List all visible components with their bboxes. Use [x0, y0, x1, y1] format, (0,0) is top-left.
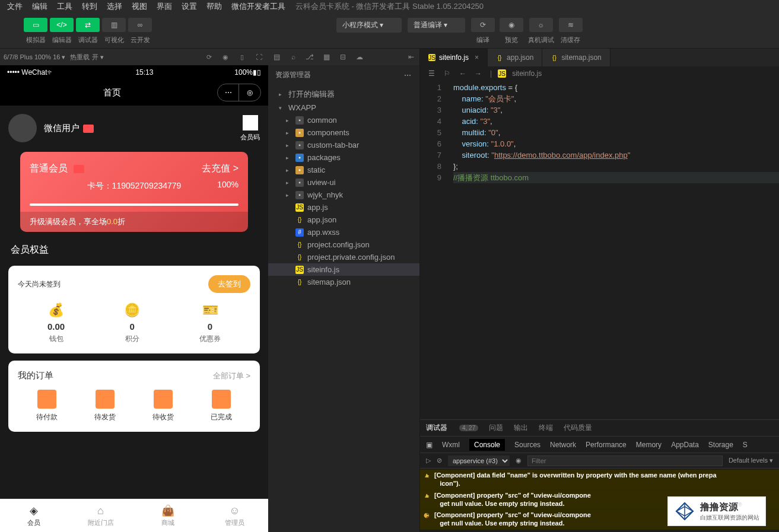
- branch-icon[interactable]: ⎇: [305, 52, 314, 62]
- devtab-network[interactable]: Network: [550, 441, 576, 449]
- devtab-sources[interactable]: Sources: [514, 441, 540, 449]
- points-stat[interactable]: 🪙0积分: [124, 302, 140, 344]
- menu-settings[interactable]: 设置: [177, 0, 202, 13]
- tab-nearby[interactable]: ⌂附近门店: [67, 499, 134, 532]
- tab-debugger[interactable]: 调试器: [426, 423, 447, 433]
- clear-icon[interactable]: ⊘: [437, 457, 442, 464]
- folder-packages[interactable]: ▸▪packages: [268, 151, 419, 164]
- tab-admin[interactable]: ☺管理员: [201, 499, 268, 532]
- tab-terminal[interactable]: 终端: [539, 423, 553, 433]
- expand-icon[interactable]: ⛶: [253, 51, 265, 63]
- file-project-private[interactable]: {}project.private.config.json: [268, 251, 419, 263]
- code-body[interactable]: module.exports = { name: "会员卡", uniacid:…: [450, 81, 779, 419]
- forward-icon[interactable]: →: [475, 69, 484, 78]
- compile-select[interactable]: 普通编译 ▾: [408, 18, 465, 33]
- file-app-wxss[interactable]: #app.wxss: [268, 226, 419, 238]
- search-icon[interactable]: ⌕: [288, 52, 298, 62]
- context-select[interactable]: appservice (#3): [448, 455, 510, 466]
- visual-toggle[interactable]: ▥: [102, 18, 126, 32]
- tab-siteinfo[interactable]: JSsiteinfo.js×: [420, 49, 488, 66]
- menu-view[interactable]: 视图: [127, 0, 152, 13]
- file-app-js[interactable]: JSapp.js: [268, 201, 419, 214]
- file-sitemap[interactable]: {}sitemap.json: [268, 276, 419, 288]
- tab-member[interactable]: ◈会员: [0, 499, 67, 532]
- devtab-wxml[interactable]: Wxml: [442, 441, 460, 449]
- menu-tools[interactable]: 工具: [52, 0, 77, 13]
- devtab-storage[interactable]: Storage: [708, 441, 733, 449]
- code-editor[interactable]: 123456789 module.exports = { name: "会员卡"…: [420, 81, 779, 419]
- file-project-config[interactable]: {}project.config.json: [268, 238, 419, 251]
- mode-select[interactable]: 小程序模式 ▾: [336, 18, 401, 33]
- grid-icon[interactable]: ▦: [322, 52, 331, 62]
- root-folder[interactable]: ▾WXAPP: [268, 101, 419, 114]
- menu-file[interactable]: 文件: [2, 0, 27, 13]
- wallet-stat[interactable]: 💰0.00钱包: [47, 302, 65, 344]
- orders-more[interactable]: 全部订单 >: [213, 371, 250, 381]
- folder-wjyk[interactable]: ▸▪wjyk_nhyk: [268, 189, 419, 201]
- order-pending-ship[interactable]: 待发货: [94, 390, 116, 422]
- devtab-memory[interactable]: Memory: [636, 441, 662, 449]
- menu-select[interactable]: 选择: [102, 0, 127, 13]
- debugger-toggle[interactable]: ⇄: [76, 18, 100, 32]
- device-select[interactable]: 6/7/8 Plus 100% 16 ▾: [4, 53, 65, 61]
- breadcrumb-file[interactable]: siteinfo.js: [512, 69, 542, 78]
- folder-custom-tab-bar[interactable]: ▸▪custom-tab-bar: [268, 139, 419, 151]
- refresh-icon[interactable]: ⟳: [203, 51, 215, 63]
- tab-output[interactable]: 输出: [514, 423, 528, 433]
- devtab-performance[interactable]: Performance: [586, 441, 627, 449]
- back-icon[interactable]: ←: [459, 69, 469, 78]
- eye-icon[interactable]: ◉: [516, 457, 522, 464]
- open-editors-section[interactable]: ▸打开的编辑器: [268, 87, 419, 101]
- folder-common[interactable]: ▸▪common: [268, 114, 419, 126]
- db-icon[interactable]: ⊟: [338, 52, 348, 62]
- tab-problems[interactable]: 问题: [489, 423, 503, 433]
- folder-uview-ui[interactable]: ▸▪uview-ui: [268, 176, 419, 189]
- cloud-toggle[interactable]: ∞: [128, 18, 152, 32]
- menu-interface[interactable]: 界面: [152, 0, 177, 13]
- collapse-icon[interactable]: ⇤: [406, 52, 416, 62]
- order-pending-receive[interactable]: 待收货: [152, 390, 174, 422]
- capsule-close[interactable]: ◎: [239, 84, 260, 101]
- menu-wxdev[interactable]: 微信开发者工具: [227, 0, 290, 13]
- devtab-more[interactable]: S: [743, 441, 748, 449]
- recharge-link[interactable]: 去充值 >: [202, 163, 239, 175]
- tab-quality[interactable]: 代码质量: [564, 423, 592, 433]
- remote-debug-button[interactable]: ☼: [529, 18, 553, 32]
- avatar[interactable]: [8, 114, 37, 142]
- clear-cache-button[interactable]: ≋: [559, 18, 583, 32]
- menu-goto[interactable]: 转到: [77, 0, 102, 13]
- devtab-console[interactable]: Console: [469, 439, 505, 451]
- cloud-icon[interactable]: ☁: [355, 52, 364, 62]
- inspect-icon[interactable]: ▣: [426, 441, 433, 449]
- preview-button[interactable]: ◉: [500, 18, 523, 32]
- explorer-menu[interactable]: ⋯: [404, 71, 412, 79]
- bookmark-icon[interactable]: ⚐: [444, 69, 453, 78]
- folder-components[interactable]: ▸▪components: [268, 126, 419, 139]
- files-icon[interactable]: ▤: [272, 52, 281, 62]
- order-complete[interactable]: 已完成: [211, 390, 232, 422]
- menu-edit[interactable]: 编辑: [27, 0, 52, 13]
- levels-select[interactable]: Default levels ▾: [729, 457, 773, 464]
- hotreload-toggle[interactable]: 热重载 开 ▾: [70, 53, 103, 62]
- simulator-toggle[interactable]: ▭: [24, 18, 47, 32]
- tab-appjson[interactable]: {}app.json: [488, 49, 542, 66]
- file-app-json[interactable]: {}app.json: [268, 214, 419, 226]
- play-icon[interactable]: ▷: [426, 457, 431, 464]
- coupon-stat[interactable]: 🎫0优惠券: [199, 302, 221, 344]
- capsule-menu[interactable]: ⋯: [218, 84, 239, 101]
- qrcode-button[interactable]: 会员码: [240, 115, 260, 142]
- filter-input[interactable]: [527, 455, 723, 466]
- list-icon[interactable]: ☰: [428, 69, 438, 78]
- tab-mall[interactable]: 👜商城: [134, 499, 201, 532]
- folder-static[interactable]: ▸▪static: [268, 164, 419, 176]
- tab-sitemap[interactable]: {}sitemap.json: [542, 49, 610, 66]
- editor-toggle[interactable]: </>: [50, 18, 74, 32]
- record-icon[interactable]: ◉: [220, 51, 231, 63]
- compile-button[interactable]: ⟳: [471, 18, 495, 32]
- close-icon[interactable]: ×: [475, 53, 479, 62]
- signin-button[interactable]: 去签到: [208, 275, 250, 293]
- device-icon[interactable]: ▯: [236, 51, 248, 63]
- order-pending-pay[interactable]: 待付款: [36, 390, 58, 422]
- devtab-appdata[interactable]: AppData: [671, 441, 699, 449]
- menu-help[interactable]: 帮助: [202, 0, 227, 13]
